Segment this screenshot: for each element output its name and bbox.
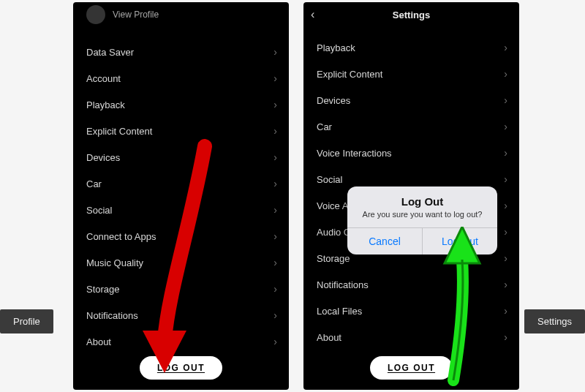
settings-row-label: Social <box>86 205 112 216</box>
settings-row-label: Devices <box>317 95 350 106</box>
row-about[interactable]: About› <box>303 324 519 350</box>
screenshot-profile-settings: View Profile Data Saver› Account› Playba… <box>73 2 289 390</box>
row-storage[interactable]: Storage› <box>73 276 289 302</box>
dialog-message: Are you sure you want to log out? <box>347 210 497 227</box>
logout-confirm-dialog: Log Out Are you sure you want to log out… <box>347 186 497 255</box>
settings-row-label: About <box>317 332 341 343</box>
chevron-right-icon: › <box>504 94 507 106</box>
chevron-right-icon: › <box>273 99 277 110</box>
settings-row-label: Music Quality <box>86 257 143 268</box>
chevron-right-icon: › <box>273 151 277 163</box>
chevron-right-icon: › <box>504 147 507 159</box>
logout-button[interactable]: LOG OUT <box>370 356 453 380</box>
settings-title: Settings <box>393 10 430 20</box>
chevron-right-icon: › <box>504 331 507 343</box>
settings-row-label: Car <box>86 178 102 189</box>
row-about[interactable]: About› <box>73 328 289 355</box>
logout-button[interactable]: LOG OUT <box>140 356 222 380</box>
logout-wrap: LOG OUT <box>73 356 289 380</box>
row-devices[interactable]: Devices› <box>73 144 289 170</box>
row-playback[interactable]: Playback› <box>73 91 289 118</box>
row-social[interactable]: Social› <box>73 197 289 223</box>
settings-row-label: Notifications <box>86 310 138 321</box>
chevron-right-icon: › <box>504 200 507 211</box>
chevron-right-icon: › <box>504 68 507 80</box>
settings-list-left: Data Saver› Account› Playback› Explicit … <box>73 31 289 355</box>
dialog-cancel-button[interactable]: Cancel <box>347 228 422 255</box>
row-explicit-content[interactable]: Explicit Content› <box>73 118 289 144</box>
row-car[interactable]: Car› <box>303 113 519 140</box>
dialog-title: Log Out <box>347 186 497 210</box>
settings-row-label: Car <box>317 121 332 132</box>
settings-row-label: Explicit Content <box>317 69 382 80</box>
chevron-right-icon: › <box>273 204 277 216</box>
settings-row-label: Storage <box>317 253 350 264</box>
chevron-right-icon: › <box>273 257 277 268</box>
caption-settings: Settings <box>524 309 585 333</box>
back-chevron-icon[interactable]: ‹ <box>311 8 314 21</box>
chevron-right-icon: › <box>273 230 277 242</box>
row-voice-interactions[interactable]: Voice Interactions› <box>303 140 519 166</box>
caption-profile: Profile <box>0 309 53 333</box>
avatar <box>86 5 105 24</box>
chevron-right-icon: › <box>504 121 507 132</box>
settings-row-label: Local Files <box>317 306 362 317</box>
chevron-right-icon: › <box>504 252 507 264</box>
settings-row-label: Voice A <box>317 200 348 211</box>
row-explicit-content[interactable]: Explicit Content› <box>303 61 519 87</box>
screenshot-settings-confirm: ‹ Settings Playback› Explicit Content› D… <box>303 2 519 390</box>
chevron-right-icon: › <box>273 178 277 189</box>
chevron-right-icon: › <box>273 309 277 321</box>
row-data-saver[interactable]: Data Saver› <box>73 39 289 65</box>
chevron-right-icon: › <box>504 226 507 238</box>
row-notifications[interactable]: Notifications› <box>303 271 519 298</box>
settings-row-label: About <box>86 336 111 347</box>
row-connect-to-apps[interactable]: Connect to Apps› <box>73 223 289 249</box>
settings-row-label: Social <box>317 174 342 185</box>
chevron-right-icon: › <box>273 46 277 58</box>
settings-row-label: Voice Interactions <box>317 148 392 159</box>
chevron-right-icon: › <box>504 42 507 53</box>
chevron-right-icon: › <box>504 305 507 317</box>
row-local-files[interactable]: Local Files› <box>303 298 519 324</box>
chevron-right-icon: › <box>273 283 277 295</box>
row-car[interactable]: Car› <box>73 170 289 197</box>
settings-row-label: Audio C <box>317 227 350 238</box>
chevron-right-icon: › <box>504 279 507 290</box>
settings-row-label: Account <box>86 73 121 84</box>
logout-wrap: LOG OUT <box>303 356 519 380</box>
row-notifications[interactable]: Notifications› <box>73 302 289 328</box>
chevron-right-icon: › <box>504 173 507 185</box>
row-playback[interactable]: Playback› <box>303 34 519 61</box>
dialog-confirm-button[interactable]: Log Out <box>422 228 497 255</box>
profile-header[interactable]: View Profile <box>73 2 289 31</box>
settings-row-label: Devices <box>86 152 120 163</box>
settings-row-label: Playback <box>317 42 355 53</box>
settings-row-label: Connect to Apps <box>86 231 156 242</box>
settings-row-label: Data Saver <box>86 47 134 58</box>
chevron-right-icon: › <box>273 336 277 347</box>
settings-row-label: Playback <box>86 99 125 110</box>
chevron-right-icon: › <box>273 125 277 137</box>
settings-row-label: Storage <box>86 284 120 295</box>
row-account[interactable]: Account› <box>73 65 289 91</box>
row-devices[interactable]: Devices› <box>303 87 519 113</box>
settings-row-label: Notifications <box>317 279 369 290</box>
settings-header: ‹ Settings <box>303 2 519 27</box>
view-profile-label: View Profile <box>113 10 159 20</box>
settings-row-label: Explicit Content <box>86 126 152 137</box>
chevron-right-icon: › <box>273 72 277 84</box>
row-music-quality[interactable]: Music Quality› <box>73 249 289 276</box>
